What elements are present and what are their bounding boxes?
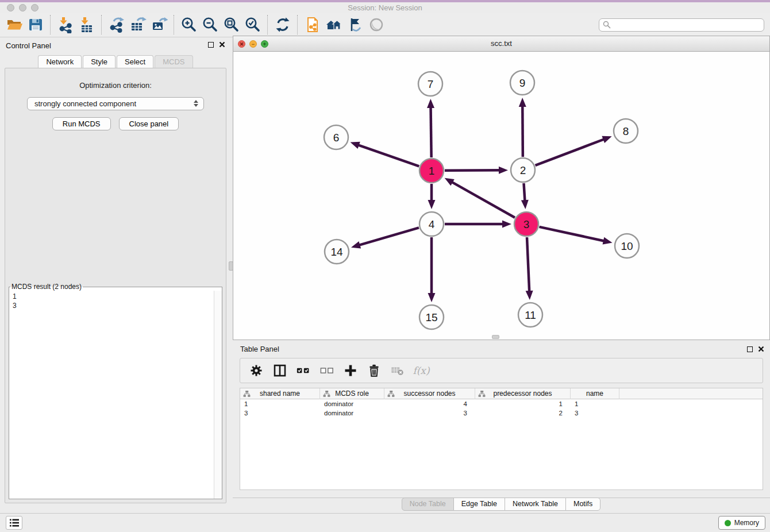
- table-row[interactable]: 3 dominator 3 2 3: [240, 408, 763, 418]
- refresh-button[interactable]: [273, 14, 292, 35]
- column-header-mcds-role[interactable]: MCDS role: [320, 388, 384, 399]
- cell-name[interactable]: 1: [571, 399, 619, 408]
- tab-network-table[interactable]: Network Table: [505, 498, 566, 511]
- toolbar-separator: [50, 15, 51, 34]
- graph-edge-arrowhead: [521, 200, 529, 209]
- tab-node-table[interactable]: Node Table: [402, 498, 454, 511]
- network-canvas[interactable]: 7968124314101511: [233, 52, 769, 340]
- hierarchy-icon: [478, 390, 486, 398]
- zoom-in-button[interactable]: [179, 14, 198, 35]
- column-header-name[interactable]: name: [571, 388, 619, 399]
- graph-edge-2-3[interactable]: [523, 183, 525, 202]
- flag-view-button[interactable]: [345, 14, 364, 35]
- search-box[interactable]: [599, 18, 764, 32]
- cell-mcds-role[interactable]: dominator: [320, 399, 384, 408]
- zoom-out-button[interactable]: [201, 14, 220, 35]
- graph-edge-arrowhead: [351, 241, 361, 248]
- mcds-result-box: MCDS result (2 nodes) 1 3: [9, 283, 222, 499]
- open-session-button[interactable]: [5, 14, 24, 35]
- export-network-button[interactable]: [107, 14, 126, 35]
- graph-edge-1-6[interactable]: [357, 145, 419, 167]
- optimization-criterion-select[interactable]: strongly connected component: [27, 97, 204, 110]
- graph-edge-arrowhead: [351, 142, 360, 149]
- graph-edge-2-8[interactable]: [536, 138, 606, 165]
- tab-select[interactable]: Select: [117, 55, 153, 68]
- cell-successor-nodes[interactable]: 3: [384, 408, 475, 418]
- home-button[interactable]: [324, 14, 343, 35]
- toolbar-separator: [297, 15, 298, 34]
- tab-edge-table[interactable]: Edge Table: [453, 498, 505, 511]
- graph-edge-arrowhead: [502, 221, 511, 228]
- graph-edge-arrowhead: [499, 167, 508, 174]
- result-scrollbar[interactable]: [214, 291, 222, 499]
- select-all-button[interactable]: [297, 364, 310, 377]
- close-table-panel-icon[interactable]: [758, 346, 764, 352]
- float-table-panel-icon[interactable]: [747, 346, 753, 352]
- delete-table-icon: [391, 364, 405, 377]
- graph-edge-3-1[interactable]: [451, 182, 515, 218]
- network-from-selection-icon: [304, 16, 321, 33]
- graph-edge-3-10[interactable]: [539, 227, 605, 241]
- import-table-button[interactable]: [77, 14, 96, 35]
- export-table-icon: [129, 16, 147, 33]
- zoom-in-icon: [180, 16, 198, 33]
- graph-node-label: 14: [330, 246, 343, 258]
- show-column-panel-button[interactable]: [273, 364, 287, 377]
- tab-network[interactable]: Network: [38, 55, 82, 68]
- graph-edge-1-7[interactable]: [431, 106, 432, 157]
- delete-table-button[interactable]: [391, 364, 405, 377]
- horizontal-splitter-handle[interactable]: [492, 335, 499, 339]
- float-panel-icon[interactable]: [208, 42, 214, 48]
- trash-icon: [367, 364, 381, 377]
- cell-shared-name[interactable]: 1: [240, 399, 320, 408]
- tab-motifs[interactable]: Motifs: [565, 498, 600, 511]
- import-table-icon: [78, 16, 95, 33]
- network-from-selection-button[interactable]: [303, 14, 322, 35]
- cell-predecessor-nodes[interactable]: 1: [475, 399, 571, 408]
- network-window-titlebar[interactable]: ✕ − + scc.txt: [233, 36, 769, 52]
- column-header-successor-nodes[interactable]: successor nodes: [384, 388, 475, 399]
- cell-successor-nodes[interactable]: 4: [384, 399, 475, 408]
- graph-node-label: 15: [425, 311, 437, 323]
- cell-shared-name[interactable]: 3: [240, 408, 320, 418]
- import-network-button[interactable]: [56, 14, 75, 35]
- tab-style[interactable]: Style: [83, 55, 116, 68]
- save-icon: [27, 16, 44, 33]
- column-header-shared-name[interactable]: shared name: [240, 388, 320, 399]
- graph-edge-4-14[interactable]: [357, 228, 418, 245]
- save-session-button[interactable]: [26, 14, 45, 35]
- apply-function-button[interactable]: f(x): [414, 364, 428, 377]
- delete-column-button[interactable]: [367, 364, 381, 377]
- mcds-result-list[interactable]: 1 3: [9, 291, 214, 499]
- cell-mcds-role[interactable]: dominator: [320, 408, 384, 418]
- close-panel-icon[interactable]: [219, 41, 225, 48]
- table-header-row: shared name MCDS role successor nodes: [240, 388, 763, 399]
- zoom-fit-button[interactable]: [222, 14, 241, 35]
- main-toolbar: [0, 13, 770, 37]
- export-table-button[interactable]: [128, 14, 147, 35]
- graph-edge-1-2[interactable]: [445, 170, 501, 171]
- search-input[interactable]: [611, 21, 760, 29]
- close-panel-button[interactable]: Close panel: [119, 117, 179, 130]
- cell-name[interactable]: 3: [571, 408, 619, 418]
- zoom-selected-button[interactable]: [243, 14, 262, 35]
- birdseye-view-button[interactable]: [367, 14, 386, 35]
- memory-button[interactable]: Memory: [718, 516, 765, 530]
- deselect-all-button[interactable]: [320, 364, 334, 377]
- graph-edge-3-11[interactable]: [527, 237, 529, 293]
- run-mcds-button[interactable]: Run MCDS: [52, 117, 111, 130]
- export-image-icon: [151, 16, 168, 33]
- create-column-button[interactable]: [344, 364, 357, 377]
- table-settings-button[interactable]: [249, 364, 263, 377]
- task-history-button[interactable]: [6, 516, 22, 530]
- tab-mcds[interactable]: MCDS: [155, 55, 192, 68]
- table-row[interactable]: 1 dominator 4 1 1: [240, 399, 763, 408]
- graph-node-label: 6: [333, 132, 340, 144]
- column-header-predecessor-nodes[interactable]: predecessor nodes: [475, 388, 571, 399]
- graph-edge-2-9[interactable]: [522, 105, 523, 157]
- zoom-fit-icon: [223, 16, 240, 33]
- network-window-title: scc.txt: [233, 39, 769, 48]
- export-image-button[interactable]: [149, 14, 168, 35]
- checked-boxes-icon: [297, 364, 310, 377]
- cell-predecessor-nodes[interactable]: 2: [475, 408, 571, 418]
